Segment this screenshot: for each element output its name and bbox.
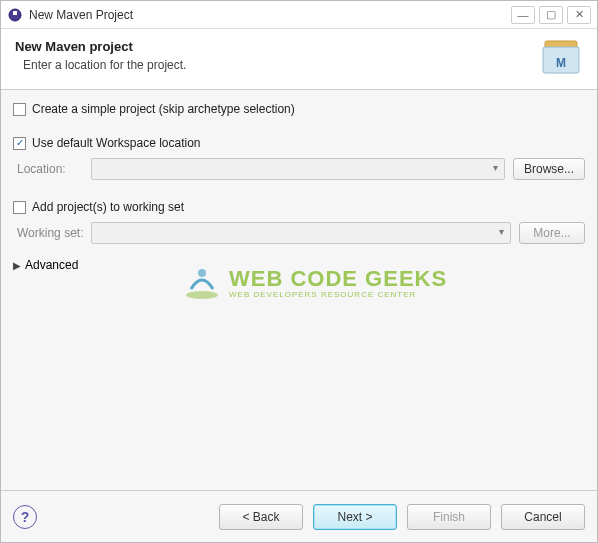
maven-icon: M: [539, 39, 583, 77]
location-label: Location:: [17, 162, 91, 176]
more-button[interactable]: More...: [519, 222, 585, 244]
next-button[interactable]: Next >: [313, 504, 397, 530]
browse-button[interactable]: Browse...: [513, 158, 585, 180]
dialog-content: Create a simple project (skip archetype …: [1, 90, 597, 490]
use-default-workspace-checkbox[interactable]: [13, 137, 26, 150]
add-to-working-set-checkbox[interactable]: [13, 201, 26, 214]
cancel-button[interactable]: Cancel: [501, 504, 585, 530]
page-title: New Maven project: [15, 39, 531, 54]
working-set-combo[interactable]: ▾: [91, 222, 511, 244]
advanced-toggle[interactable]: ▶ Advanced: [13, 258, 585, 272]
working-set-label: Working set:: [17, 226, 91, 240]
finish-button[interactable]: Finish: [407, 504, 491, 530]
svg-rect-1: [13, 11, 17, 15]
location-combo[interactable]: ▾: [91, 158, 505, 180]
simple-project-checkbox[interactable]: [13, 103, 26, 116]
chevron-down-icon: ▾: [493, 162, 498, 173]
dialog-footer: ? < Back Next > Finish Cancel: [1, 490, 597, 542]
dialog-header: New Maven project Enter a location for t…: [1, 29, 597, 90]
minimize-button[interactable]: —: [511, 6, 535, 24]
maximize-button[interactable]: ▢: [539, 6, 563, 24]
help-icon[interactable]: ?: [13, 505, 37, 529]
simple-project-label: Create a simple project (skip archetype …: [32, 102, 295, 116]
window-title: New Maven Project: [29, 8, 511, 22]
expand-icon: ▶: [13, 260, 21, 271]
app-icon: [7, 7, 23, 23]
page-subtitle: Enter a location for the project.: [15, 58, 531, 72]
use-default-workspace-label: Use default Workspace location: [32, 136, 201, 150]
chevron-down-icon: ▾: [499, 226, 504, 237]
back-button[interactable]: < Back: [219, 504, 303, 530]
titlebar: New Maven Project — ▢ ✕: [1, 1, 597, 29]
advanced-label: Advanced: [25, 258, 78, 272]
svg-text:M: M: [556, 56, 566, 70]
dialog-window: New Maven Project — ▢ ✕ New Maven projec…: [0, 0, 598, 543]
add-to-working-set-label: Add project(s) to working set: [32, 200, 184, 214]
close-button[interactable]: ✕: [567, 6, 591, 24]
